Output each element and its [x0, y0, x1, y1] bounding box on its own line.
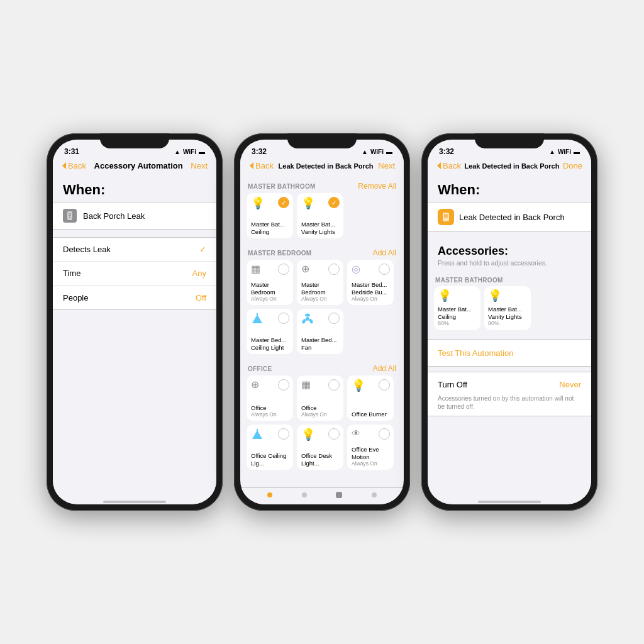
- master-bed-header: MASTER BEDROOM Add All: [240, 242, 404, 260]
- add-all-office-btn[interactable]: Add All: [373, 364, 396, 373]
- check-master-bath-ceiling[interactable]: ✓: [278, 197, 289, 208]
- status-icons-1: ▲ WiFi ▬: [174, 148, 205, 155]
- check-office-5[interactable]: [328, 428, 340, 440]
- phone-3: 3:32 ▲ WiFi ▬ Back Leak Detected in Back…: [421, 133, 597, 511]
- nav-title-1: Accessory Automation: [86, 161, 191, 170]
- check-bed-2[interactable]: [328, 264, 340, 275]
- test-automation-label[interactable]: Test This Automation: [438, 348, 513, 358]
- svg-point-6: [306, 317, 309, 321]
- back-button-1[interactable]: Back: [62, 161, 86, 170]
- wifi-icon: WiFi: [183, 148, 196, 155]
- master-bath-header: MASTER BATHROOM Remove All: [240, 175, 404, 193]
- check-bed-3[interactable]: [379, 264, 390, 275]
- office-header: OFFICE Add All: [240, 358, 404, 375]
- status-icons-3: ▲ WiFi ▬: [549, 148, 580, 155]
- tile-master-vanity[interactable]: 💡 ✓ Master Bat... Vanity Lights: [297, 193, 343, 238]
- next-button-2[interactable]: Next: [378, 161, 395, 170]
- tile-master-bed-5[interactable]: Master Bed... Fan: [297, 309, 343, 354]
- notch-1: [100, 133, 169, 148]
- tile-name-1: Master Bat... Ceiling: [251, 221, 289, 235]
- tile-bed-sub-1: Always On: [251, 296, 289, 302]
- add-all-bed-btn[interactable]: Add All: [373, 248, 396, 257]
- master-bath-header-3: MASTER BATHROOM: [428, 270, 591, 286]
- tile-summary-2[interactable]: 💡 Master Bat... Vanity Lights 80%: [484, 286, 531, 330]
- scroll-2[interactable]: MASTER BATHROOM Remove All 💡 ✓ Master Ba…: [240, 175, 404, 487]
- check-bed-5[interactable]: [328, 313, 340, 324]
- turn-off-value-3: Never: [559, 380, 581, 389]
- check-office-4[interactable]: [278, 428, 289, 440]
- tile-master-bed-3[interactable]: ◎ Master Bed... Bedside Bu... Always On: [347, 260, 394, 305]
- people-label: People: [63, 293, 88, 303]
- tile-summary-1[interactable]: 💡 Master Bat... Ceiling 80%: [434, 286, 480, 330]
- tile-office-6[interactable]: 👁 Office Eve Motion Always On: [347, 425, 394, 470]
- screen-3-content: When: Leak Detected in Back Porc: [428, 175, 591, 497]
- detects-leak-check: ✓: [199, 245, 206, 254]
- time-2: 3:32: [252, 147, 267, 156]
- turn-off-label-3: Turn Off: [438, 380, 467, 389]
- tile-office-sub-1: Always On: [251, 411, 289, 418]
- tile-office-4[interactable]: Office Ceiling Lig...: [247, 425, 293, 470]
- battery-icon-3: ▬: [574, 148, 580, 155]
- battery-icon: ▬: [199, 148, 205, 155]
- tile-master-bed-1[interactable]: ▦ Master Bedroom Always On: [247, 260, 293, 305]
- turn-off-section-3: Turn Off Never Accessories turned on by …: [428, 372, 591, 416]
- tile-master-bed-2[interactable]: ⊕ Master Bedroom Always On: [297, 260, 343, 305]
- accessories-label-3: Accessories:: [428, 240, 591, 259]
- svg-rect-5: [257, 313, 258, 315]
- bottom-dots-2: [240, 487, 404, 504]
- office-title: OFFICE: [248, 365, 272, 372]
- summary-bulb-2: 💡: [488, 290, 527, 301]
- svg-point-7: [305, 314, 310, 317]
- trigger-label: Back Porch Leak: [83, 211, 145, 221]
- tile-office-sub-6: Always On: [352, 460, 389, 467]
- dot-3: [336, 492, 342, 498]
- tile-office-name-5: Office Desk Light...: [301, 452, 339, 467]
- check-office-6[interactable]: [379, 428, 390, 440]
- leak-item-inner: Leak Detected in Back Porch: [438, 209, 565, 225]
- back-button-3[interactable]: Back: [436, 161, 461, 170]
- check-master-vanity[interactable]: ✓: [328, 197, 340, 208]
- nav-bar-2: Back Leak Detected in Back Porch Next: [240, 158, 404, 175]
- screen-2-content: MASTER BATHROOM Remove All 💡 ✓ Master Ba…: [240, 175, 404, 487]
- check-bed-1[interactable]: [278, 264, 289, 275]
- master-bath-title-3: MASTER BATHROOM: [435, 277, 503, 284]
- notch-2: [287, 133, 357, 148]
- tile-office-3[interactable]: 💡 Office Burner: [347, 375, 394, 421]
- phone-1: 3:31 ▲ WiFi ▬ Back Accessory Automation …: [47, 133, 223, 511]
- conditions-section: Detects Leak ✓ Time Any People Off: [53, 237, 216, 310]
- master-bed-title: MASTER BEDROOM: [248, 250, 311, 257]
- back-button-2[interactable]: Back: [249, 161, 274, 170]
- home-indicator-3: [478, 501, 541, 503]
- dot-2: [302, 492, 307, 497]
- detects-leak-item[interactable]: Detects Leak ✓: [53, 238, 216, 262]
- tile-office-name-3: Office Burner: [352, 411, 389, 418]
- done-button-3[interactable]: Done: [563, 161, 582, 170]
- people-item[interactable]: People Off: [53, 286, 216, 309]
- remove-all-btn[interactable]: Remove All: [358, 182, 396, 191]
- check-office-1[interactable]: [278, 379, 289, 391]
- tile-office-name-2: Office: [301, 404, 339, 411]
- test-automation-section[interactable]: Test This Automation: [428, 339, 591, 367]
- check-office-3[interactable]: [379, 379, 390, 391]
- sensor-icon: [63, 209, 77, 223]
- tile-office-2[interactable]: ▦ Office Always On: [297, 375, 343, 421]
- check-bed-4[interactable]: [278, 313, 289, 324]
- check-office-2[interactable]: [328, 379, 340, 391]
- nav-title-2: Leak Detected in Back Porch: [274, 162, 378, 170]
- tile-master-bed-4[interactable]: Master Bed... Ceiling Light: [247, 309, 293, 354]
- time-value: Any: [192, 269, 206, 278]
- trigger-item: Back Porch Leak: [53, 203, 216, 229]
- summary-tile-name-2: Master Bat... Vanity Lights: [488, 306, 527, 320]
- trigger-section: Back Porch Leak: [53, 202, 216, 230]
- tile-office-1[interactable]: ⊕ Office Always On: [247, 375, 293, 421]
- master-bath-grid: 💡 ✓ Master Bat... Ceiling 💡 ✓: [240, 193, 404, 242]
- master-bed-grid: ▦ Master Bedroom Always On ⊕: [240, 260, 404, 358]
- tile-master-bath-ceiling[interactable]: 💡 ✓ Master Bat... Ceiling: [247, 193, 293, 238]
- tile-bed-sub-3: Always On: [352, 296, 389, 302]
- next-button-1[interactable]: Next: [191, 161, 208, 170]
- svg-rect-11: [257, 429, 258, 431]
- time-item[interactable]: Time Any: [53, 262, 216, 286]
- accessories-sub-3: Press and hold to adjust accessories.: [428, 259, 591, 270]
- tile-office-5[interactable]: 💡 Office Desk Light...: [297, 425, 343, 470]
- tile-name-2: Master Bat... Vanity Lights: [301, 221, 339, 235]
